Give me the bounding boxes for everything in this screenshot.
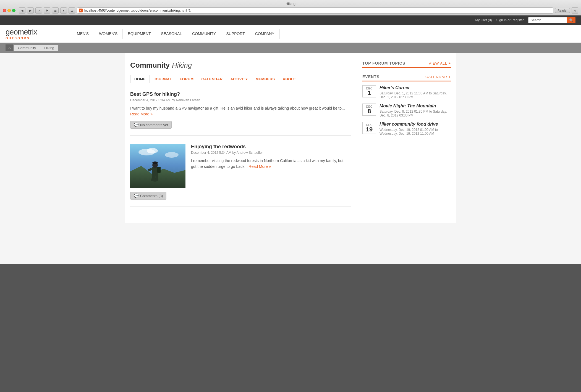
close-button[interactable] bbox=[3, 9, 6, 12]
browser-title: Hiking bbox=[3, 2, 578, 7]
nav-equipment[interactable]: EQUIPMENT bbox=[123, 29, 156, 39]
breadcrumb-home[interactable]: ⌂ bbox=[6, 44, 13, 51]
post-1: Best GPS for hiking? December 4, 2012 5:… bbox=[130, 91, 351, 136]
back-button[interactable]: ◀ bbox=[19, 7, 25, 14]
minimize-button[interactable] bbox=[7, 9, 11, 12]
post-1-body: I want to buy my husband a GPS navigator… bbox=[130, 105, 351, 117]
community-name: Hiking bbox=[172, 61, 192, 70]
post-image-background bbox=[130, 144, 185, 188]
sub-nav: HOME JOURNAL FORUM CALENDAR ACTIVITY MEM… bbox=[130, 75, 351, 83]
forum-section-title: TOP FORUM TOPICS view all + bbox=[362, 61, 451, 65]
breadcrumb-hiking[interactable]: Hiking bbox=[40, 45, 58, 51]
post-1-title: Best GPS for hiking? bbox=[130, 91, 351, 97]
events-section-title: EVENTS calendar + bbox=[362, 75, 451, 79]
subnav-activity[interactable]: ACTIVITY bbox=[226, 75, 252, 83]
nav-seasonal[interactable]: SEASONAL bbox=[156, 29, 187, 39]
subnav-members[interactable]: MEMBERS bbox=[252, 75, 279, 83]
post-2-body: I remember visiting the redwood forests … bbox=[191, 158, 351, 169]
nav-womens[interactable]: WOMEN'S bbox=[94, 29, 123, 39]
site-wrapper: My Cart (0) Sign In or Register 🔍 geomet… bbox=[0, 15, 581, 264]
post-1-title-link[interactable]: Best GPS for hiking? bbox=[130, 91, 180, 97]
maximize-button[interactable] bbox=[12, 9, 15, 12]
reader-button[interactable]: Reader bbox=[555, 8, 570, 13]
event-2-title: Movie Night: The Mountain bbox=[380, 104, 451, 108]
events-title-text: EVENTS bbox=[362, 75, 380, 79]
browser-chrome: Hiking ◀ ▶ ↗ ⚑ ☰ ● ☁ X localhost:4503/co… bbox=[0, 0, 581, 15]
event-1-title-link[interactable]: Hiker's Corner bbox=[380, 85, 410, 90]
event-2-title-link[interactable]: Movie Night: The Mountain bbox=[380, 104, 436, 108]
forward-button[interactable]: ▶ bbox=[27, 7, 34, 14]
svg-marker-9 bbox=[155, 176, 158, 182]
signin-link[interactable]: Sign In or Register bbox=[496, 18, 524, 22]
comment-icon: 💬 bbox=[134, 123, 138, 127]
event-3-title: Hiker community food drive bbox=[380, 122, 451, 127]
cart-link[interactable]: My Cart (0) bbox=[475, 18, 492, 22]
subnav-home[interactable]: HOME bbox=[130, 75, 150, 83]
search-submit-button[interactable]: 🔍 bbox=[567, 17, 575, 23]
post-2-read-more[interactable]: Read More » bbox=[249, 164, 271, 169]
share-button[interactable]: ↗ bbox=[35, 7, 42, 14]
event-3-title-link[interactable]: Hiker community food drive bbox=[380, 122, 438, 126]
nav-mens[interactable]: MEN'S bbox=[72, 29, 94, 39]
community-label: Community bbox=[130, 61, 170, 70]
breadcrumb-community[interactable]: Community bbox=[14, 45, 40, 51]
logo[interactable]: geometrix OUTDOORS bbox=[6, 28, 61, 40]
svg-rect-11 bbox=[157, 167, 161, 173]
site-header: geometrix OUTDOORS MEN'S WOMEN'S EQUIPME… bbox=[0, 25, 581, 43]
content-area: Community Hiking HOME JOURNAL FORUM CALE… bbox=[130, 61, 351, 215]
post-2: Enjoying the redwoods December 4, 2012 5… bbox=[130, 144, 351, 206]
breadcrumb: ⌂ Community Hiking bbox=[0, 43, 581, 53]
nav-support[interactable]: SUPPORT bbox=[221, 29, 250, 39]
svg-point-2 bbox=[147, 148, 158, 153]
logo-sub: OUTDOORS bbox=[6, 36, 61, 40]
event-3-time: Wednesday, Dec. 19, 2012 01:00 AM to Wed… bbox=[380, 128, 451, 136]
event-2: Dec 8 Movie Night: The Mountain Saturday… bbox=[362, 104, 451, 117]
post-2-meta: December 4, 2012 5:34 AM by Andrew Schae… bbox=[191, 151, 351, 155]
nav-company[interactable]: COMPANY bbox=[250, 29, 280, 39]
event-2-time: Saturday, Dec. 8, 2012 01:30 PM to Satur… bbox=[380, 110, 451, 117]
event-3-date-box: Dec 19 bbox=[362, 122, 376, 134]
event-2-day: 8 bbox=[364, 108, 375, 114]
refresh-button[interactable]: ↻ bbox=[188, 8, 192, 13]
post-2-comments-label: Comments (3) bbox=[140, 194, 163, 198]
address-url: localhost:4503/content/geometrixx-outdoo… bbox=[84, 9, 187, 12]
cloud-button[interactable]: ☁ bbox=[69, 7, 75, 14]
subnav-about[interactable]: ABOUT bbox=[279, 75, 300, 83]
community-title: Community Hiking bbox=[130, 61, 351, 70]
subnav-journal[interactable]: JOURNAL bbox=[150, 75, 176, 83]
post-1-comments-label: No comments yet bbox=[140, 123, 168, 127]
subnav-forum[interactable]: FORUM bbox=[176, 75, 197, 83]
search-form: 🔍 bbox=[528, 17, 575, 23]
main-layout: Community Hiking HOME JOURNAL FORUM CALE… bbox=[125, 53, 456, 223]
event-1-info: Hiker's Corner Saturday, Dec. 1, 2012 11… bbox=[380, 85, 451, 99]
post-1-comments-button[interactable]: 💬 No comments yet bbox=[130, 121, 172, 129]
post-2-title: Enjoying the redwoods bbox=[191, 144, 351, 150]
event-1-date-box: Dec 1 bbox=[362, 85, 376, 97]
post-2-comment-icon: 💬 bbox=[134, 194, 138, 198]
event-1-day: 1 bbox=[364, 90, 375, 96]
site-favicon: X bbox=[79, 9, 83, 12]
event-2-info: Movie Night: The Mountain Saturday, Dec.… bbox=[380, 104, 451, 117]
subnav-calendar[interactable]: CALENDAR bbox=[198, 75, 227, 83]
event-1-title[interactable]: Hiker's Corner bbox=[380, 85, 451, 90]
post-1-read-more[interactable]: Read More » bbox=[130, 112, 153, 116]
main-nav: MEN'S WOMEN'S EQUIPMENT SEASONAL COMMUNI… bbox=[72, 29, 575, 39]
forum-view-all-link[interactable]: view all + bbox=[429, 61, 451, 65]
browser-controls: ◀ ▶ ↗ ⚑ ☰ ● ☁ X localhost:4503/content/g… bbox=[3, 7, 578, 15]
event-3-day: 19 bbox=[364, 126, 375, 133]
extensions-button[interactable]: ⛭ bbox=[572, 7, 578, 14]
address-bar[interactable]: X localhost:4503/content/geometrixx-outd… bbox=[77, 7, 553, 14]
sidebar-forum-section: TOP FORUM TOPICS view all + bbox=[362, 61, 451, 68]
bookmark-button[interactable]: ⚑ bbox=[44, 7, 50, 14]
event-3: Dec 19 Hiker community food drive Wednes… bbox=[362, 122, 451, 136]
calendar-link[interactable]: calendar + bbox=[425, 75, 451, 79]
nav-community[interactable]: COMMUNITY bbox=[187, 29, 221, 39]
search-input[interactable] bbox=[528, 17, 567, 23]
events-divider bbox=[362, 81, 451, 81]
history-button[interactable]: ☰ bbox=[52, 7, 59, 14]
post-2-content: Enjoying the redwoods December 4, 2012 5… bbox=[191, 144, 351, 173]
post-2-title-link[interactable]: Enjoying the redwoods bbox=[191, 144, 246, 149]
logo-name: geometrix bbox=[6, 28, 61, 36]
post-2-comments-button[interactable]: 💬 Comments (3) bbox=[130, 192, 166, 200]
reader-mode-button[interactable]: ● bbox=[60, 7, 67, 14]
